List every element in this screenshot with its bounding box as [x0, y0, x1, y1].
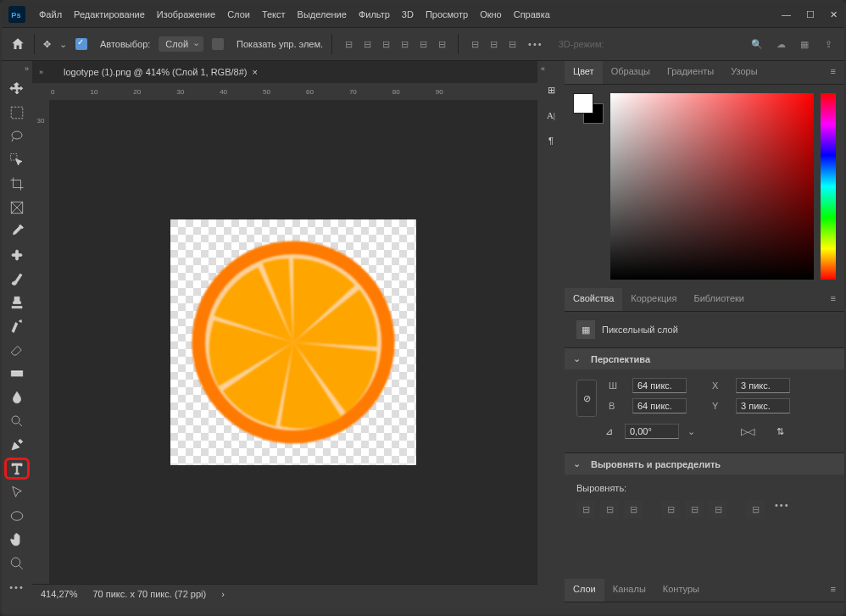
transform-section-header[interactable]: ⌄ Перспектива	[565, 347, 844, 369]
search-icon[interactable]: 🔍	[749, 36, 765, 52]
menu-image[interactable]: Изображение	[157, 9, 215, 19]
strip-collapse-icon[interactable]: «	[537, 64, 545, 73]
tab-adjustments[interactable]: Коррекция	[622, 288, 685, 311]
marquee-tool[interactable]	[4, 102, 30, 124]
panel-menu-icon[interactable]: ≡	[822, 61, 844, 84]
angle-input[interactable]: 0,00°	[625, 424, 679, 439]
maximize-button[interactable]: ☐	[806, 9, 815, 20]
menu-filter[interactable]: Фильтр	[359, 9, 390, 19]
pen-tool[interactable]	[4, 434, 30, 456]
brush-tool[interactable]	[4, 268, 30, 290]
menu-3d[interactable]: 3D	[402, 9, 414, 19]
document-info[interactable]: 70 пикс. x 70 пикс. (72 ppi)	[92, 589, 206, 599]
x-input[interactable]: 3 пикс.	[736, 378, 790, 393]
height-input[interactable]: 64 пикс.	[632, 398, 687, 413]
close-button[interactable]: ✕	[830, 9, 838, 20]
history-brush-tool[interactable]	[4, 315, 30, 337]
zoom-tool[interactable]	[4, 552, 30, 574]
edit-toolbar[interactable]: •••	[4, 576, 30, 598]
props-menu-icon[interactable]: ≡	[822, 288, 844, 311]
saturation-picker[interactable]	[610, 93, 814, 280]
canvas[interactable]	[49, 100, 537, 584]
flip-v-icon[interactable]: ⇅	[776, 426, 784, 437]
align-bottom-icon[interactable]: ⊟	[434, 36, 449, 52]
width-input[interactable]: 64 пикс.	[632, 378, 687, 393]
lasso-tool[interactable]	[4, 125, 30, 147]
hand-tool[interactable]	[4, 529, 30, 551]
align-left-icon[interactable]: ⊟	[341, 36, 356, 52]
gradient-tool[interactable]	[4, 363, 30, 385]
menu-view[interactable]: Просмотр	[426, 9, 468, 19]
flip-h-icon[interactable]: ▷◁	[741, 426, 754, 437]
menu-edit[interactable]: Редактирование	[74, 9, 145, 19]
tab-layers[interactable]: Слои	[565, 579, 604, 602]
y-input[interactable]: 3 пикс.	[736, 398, 790, 413]
type-tool[interactable]	[4, 458, 30, 480]
selection-tool[interactable]	[4, 149, 30, 171]
align-center-h-icon[interactable]: ⊟	[359, 36, 375, 52]
character-panel-icon[interactable]: A|	[543, 107, 559, 124]
autoselect-checkbox[interactable]	[75, 38, 87, 50]
hue-slider[interactable]	[821, 93, 836, 280]
align-vcenter-button[interactable]: ⊟	[685, 500, 704, 519]
menu-layers[interactable]: Слои	[227, 9, 250, 19]
toolbar-expand-icon[interactable]: »	[25, 64, 32, 73]
autoselect-dropdown[interactable]: Слой	[159, 36, 203, 52]
tab-channels[interactable]: Каналы	[604, 579, 654, 602]
distribute-h-icon[interactable]: ⊟	[467, 36, 482, 52]
arrange-icon[interactable]: ▦	[797, 36, 812, 52]
show-controls-checkbox[interactable]	[212, 38, 224, 50]
align-right-icon[interactable]: ⊟	[378, 36, 393, 52]
align-hcenter-button[interactable]: ⊟	[600, 500, 619, 519]
distribute-3-icon[interactable]: ⊟	[504, 36, 520, 52]
distribute-v-icon[interactable]: ⊟	[486, 36, 501, 52]
minimize-button[interactable]: —	[782, 9, 791, 20]
move-tool[interactable]	[4, 78, 30, 100]
tab-properties[interactable]: Свойства	[565, 288, 622, 311]
cloud-icon[interactable]: ☁	[773, 36, 788, 52]
tab-gradients[interactable]: Градиенты	[659, 61, 722, 84]
align-right-button[interactable]: ⊟	[624, 500, 643, 519]
menu-file[interactable]: Файл	[39, 9, 62, 19]
blur-tool[interactable]	[4, 386, 30, 408]
distribute-button[interactable]: ⊟	[746, 500, 765, 519]
share-icon[interactable]: ⇪	[821, 36, 836, 52]
tab-libraries[interactable]: Библиотеки	[685, 288, 753, 311]
link-dimensions-icon[interactable]: ⊘	[576, 380, 597, 417]
eyedropper-tool[interactable]	[4, 220, 30, 242]
menu-window[interactable]: Окно	[480, 9, 502, 19]
align-more-icon[interactable]: •••	[775, 500, 790, 519]
document-tab[interactable]: logotype (1).png @ 414% (Слой 1, RGB/8#)…	[57, 64, 264, 80]
shape-tool[interactable]	[4, 505, 30, 527]
layers-menu-icon[interactable]: ≡	[822, 579, 844, 602]
menu-select[interactable]: Выделение	[298, 9, 347, 19]
healing-tool[interactable]	[4, 244, 30, 266]
brush-settings-icon[interactable]: ⊞	[543, 81, 559, 98]
frame-tool[interactable]	[4, 197, 30, 219]
align-left-button[interactable]: ⊟	[576, 500, 595, 519]
path-select-tool[interactable]	[4, 481, 30, 503]
align-bottom-button[interactable]: ⊟	[709, 500, 727, 519]
home-icon[interactable]	[10, 36, 25, 52]
crop-tool[interactable]	[4, 173, 30, 195]
eraser-tool[interactable]	[4, 339, 30, 361]
align-section-header[interactable]: ⌄ Выровнять и распределить	[565, 452, 844, 474]
stamp-tool[interactable]	[4, 291, 30, 314]
align-top-icon[interactable]: ⊟	[397, 36, 412, 52]
zoom-level[interactable]: 414,27%	[41, 589, 77, 599]
tab-paths[interactable]: Контуры	[654, 579, 708, 602]
menu-help[interactable]: Справка	[514, 9, 550, 19]
menu-text[interactable]: Текст	[262, 9, 286, 19]
tab-swatches[interactable]: Образцы	[603, 61, 659, 84]
status-arrow-icon[interactable]: ›	[221, 589, 225, 599]
more-options-icon[interactable]: •••	[528, 39, 543, 49]
tab-patterns[interactable]: Узоры	[722, 61, 765, 84]
align-top-button[interactable]: ⊟	[661, 500, 680, 519]
tab-color[interactable]: Цвет	[565, 61, 603, 84]
docarea-expand-icon[interactable]: »	[39, 68, 43, 76]
disclosure-icon: ⌄	[573, 458, 581, 469]
paragraph-panel-icon[interactable]: ¶	[543, 132, 559, 149]
align-center-v-icon[interactable]: ⊟	[415, 36, 431, 52]
color-swatches[interactable]	[573, 93, 604, 124]
dodge-tool[interactable]	[4, 410, 30, 432]
